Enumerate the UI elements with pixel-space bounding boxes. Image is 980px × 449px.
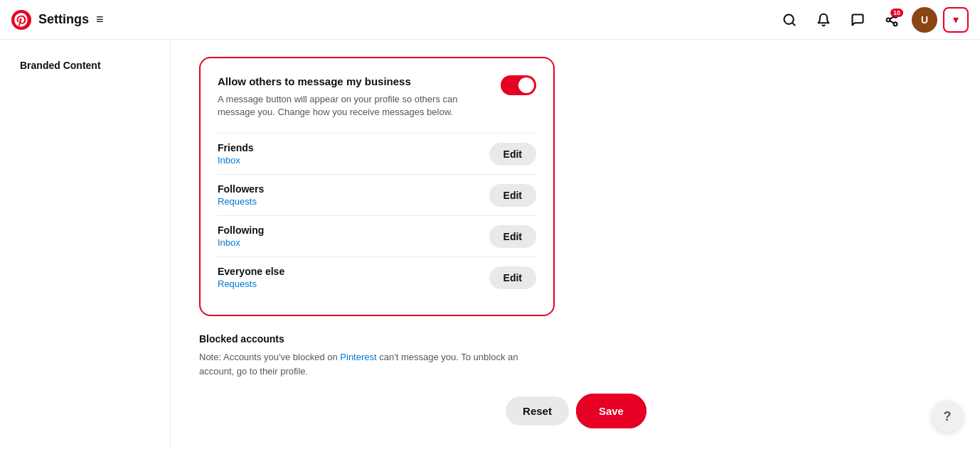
toggle-thumb	[518, 77, 534, 93]
friends-title: Friends	[218, 142, 254, 153]
everyone-else-title: Everyone else	[218, 266, 284, 277]
following-edit-button[interactable]: Edit	[489, 225, 536, 248]
notification-badge: 10	[890, 9, 903, 17]
friends-row: Friends Inbox Edit	[218, 133, 536, 174]
messages-button[interactable]	[843, 6, 872, 34]
blocked-desc-plain: Note: Accounts you've blocked on	[199, 352, 340, 362]
following-row: Following Inbox Edit	[218, 215, 536, 256]
layout: Branded Content Allow others to message …	[0, 40, 980, 449]
blocked-desc-link[interactable]: Pinterest	[340, 352, 376, 362]
help-button[interactable]: ?	[932, 401, 963, 432]
search-icon	[782, 13, 797, 27]
header-left: Settings ≡	[11, 10, 104, 30]
message-settings-box: Allow others to message my business A me…	[199, 57, 555, 316]
sidebar-item-branded-content[interactable]: Branded Content	[11, 54, 159, 77]
everyone-else-edit-button[interactable]: Edit	[489, 266, 536, 289]
everyone-else-row: Everyone else Requests Edit	[218, 256, 536, 298]
footer-buttons: Reset Save	[199, 395, 952, 427]
message-icon	[851, 13, 865, 27]
main-content: Allow others to message my business A me…	[171, 40, 980, 449]
friends-subtitle: Inbox	[218, 155, 254, 166]
hamburger-icon[interactable]: ≡	[96, 12, 104, 27]
allow-others-header: Allow others to message my business A me…	[218, 75, 536, 119]
following-subtitle: Inbox	[218, 237, 264, 248]
followers-subtitle: Requests	[218, 196, 264, 207]
blocked-accounts-desc: Note: Accounts you've blocked on Pintere…	[199, 350, 555, 378]
svg-line-2	[792, 22, 795, 25]
svg-line-6	[890, 21, 894, 23]
following-title: Following	[218, 224, 264, 236]
search-button[interactable]	[775, 6, 804, 34]
followers-row: Followers Requests Edit	[218, 174, 536, 215]
chevron-down-button[interactable]: ▾	[943, 7, 969, 33]
save-button[interactable]: Save	[577, 395, 645, 427]
page-title: Settings	[38, 12, 89, 27]
followers-edit-button[interactable]: Edit	[489, 184, 536, 207]
message-toggle[interactable]	[501, 75, 536, 95]
bell-icon	[816, 13, 831, 27]
header-right: 10 U ▾	[775, 6, 969, 34]
help-icon: ?	[944, 409, 952, 424]
allow-desc: A message button will appear on your pro…	[218, 93, 489, 119]
followers-title: Followers	[218, 183, 264, 195]
reset-button[interactable]: Reset	[506, 396, 569, 426]
share-button[interactable]: 10	[878, 6, 906, 34]
header: Settings ≡ 10 U	[0, 0, 980, 40]
notification-button[interactable]	[809, 6, 838, 34]
allow-title: Allow others to message my business	[218, 75, 489, 87]
blocked-accounts-section: Blocked accounts Note: Accounts you've b…	[199, 333, 555, 378]
sidebar: Branded Content	[0, 40, 171, 449]
avatar[interactable]: U	[912, 7, 937, 33]
allow-others-text: Allow others to message my business A me…	[218, 75, 501, 119]
friends-edit-button[interactable]: Edit	[489, 143, 536, 166]
everyone-else-subtitle: Requests	[218, 278, 284, 289]
pinterest-logo	[11, 10, 31, 30]
chevron-down-icon: ▾	[953, 13, 959, 26]
blocked-accounts-title: Blocked accounts	[199, 333, 555, 345]
toggle-track[interactable]	[501, 75, 536, 95]
